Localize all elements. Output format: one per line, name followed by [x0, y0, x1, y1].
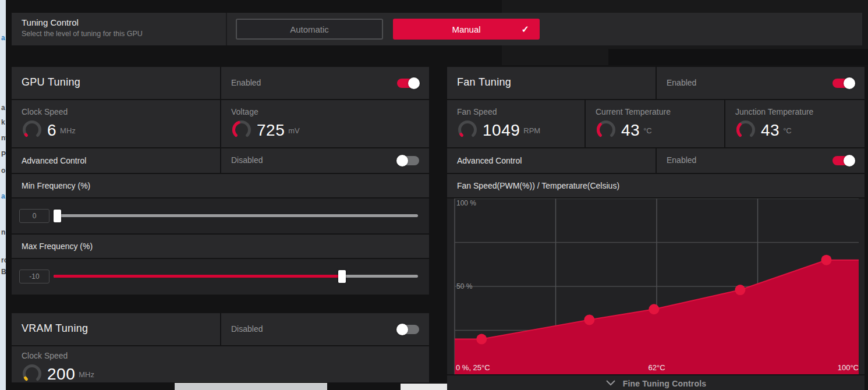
gauge-icon — [735, 119, 756, 142]
toggle-knob — [844, 77, 855, 89]
current-temperature-label: Current Temperature — [596, 107, 671, 116]
vram-clock-speed-value: 200 — [47, 365, 75, 384]
max-frequency-label-row: Max Frequency (%) — [12, 235, 429, 258]
gpu-voltage-value: 725 — [257, 121, 285, 140]
fan-speed-label: Fan Speed — [457, 107, 497, 116]
gpu-voltage-unit: mV — [288, 126, 300, 135]
gpu-clock-speed-label: Clock Speed — [22, 107, 68, 116]
vram-tuning-header-cell: VRAM Tuning — [12, 313, 220, 345]
background-text-fragment: ro — [1, 256, 6, 264]
current-temperature-unit: °C — [643, 126, 652, 135]
current-temperature-value: 43 — [621, 121, 640, 140]
toggle-knob — [408, 77, 420, 89]
checkmark-icon: ✓ — [522, 24, 529, 35]
background-text-fragment: n — [1, 228, 5, 236]
fan-tuning-title: Fan Tuning — [457, 76, 511, 88]
gpu-tuning-header-cell: GPU Tuning — [12, 67, 220, 99]
background-taskbar-fragment-2 — [401, 384, 447, 390]
vram-tuning-title: VRAM Tuning — [22, 322, 88, 335]
gauge-icon — [596, 119, 617, 142]
fan-advanced-status-cell: Enabled — [657, 148, 865, 173]
toggle-knob — [844, 155, 855, 166]
svg-text:100°C: 100°C — [838, 363, 859, 372]
fan-curve-chart[interactable]: 100 %50 %0 %, 25°C62°C100°C — [447, 198, 865, 374]
gpu-advanced-status-cell: Disabled — [221, 148, 429, 173]
vram-tuning-toggle[interactable] — [397, 325, 419, 334]
junction-temperature-label: Junction Temperature — [735, 107, 813, 116]
fan-speed-unit: RPM — [523, 126, 540, 135]
background-text-fragment: a — [1, 192, 5, 200]
manual-button[interactable]: Manual ✓ — [393, 19, 540, 40]
toggle-knob — [396, 324, 408, 335]
fine-tuning-bar[interactable]: Fine Tuning Controls — [447, 375, 865, 390]
gpu-tuning-title: GPU Tuning — [22, 76, 80, 88]
gpu-voltage-cell: Voltage 725 mV — [221, 100, 429, 147]
automatic-button[interactable]: Automatic — [236, 19, 383, 40]
background-text-fragment: nt — [1, 134, 6, 142]
gauge-icon — [22, 119, 42, 142]
gpu-clock-speed-unit: MHz — [60, 126, 76, 135]
min-frequency-label-row: Min Frequency (%) — [12, 174, 429, 197]
junction-temperature-cell: Junction Temperature 43 °C — [725, 100, 865, 147]
fan-advanced-control-label: Advanced Control — [457, 156, 522, 165]
automatic-button-label: Automatic — [290, 24, 329, 34]
gpu-advanced-status: Disabled — [231, 155, 263, 165]
toggle-knob — [396, 155, 408, 166]
gpu-tuning-enable-cell: Enabled — [221, 67, 429, 99]
background-text-fragment: k — [1, 118, 5, 126]
vram-clock-speed-unit: MHz — [79, 370, 94, 379]
gpu-clock-speed-value: 6 — [47, 121, 56, 140]
svg-text:62°C: 62°C — [648, 363, 665, 372]
gpu-advanced-toggle[interactable] — [397, 156, 419, 165]
fan-chart-title-row: Fan Speed(PWM(%)) / Temperature(Celsius) — [447, 174, 865, 197]
background-window-edge: aakntPoanroB — [0, 0, 6, 390]
vram-clock-speed-cell: Clock Speed 200 MHz — [12, 346, 429, 382]
current-temperature-cell: Current Temperature 43 °C — [586, 100, 724, 147]
gauge-icon — [457, 119, 478, 142]
min-frequency-slider-row: 0 — [12, 198, 429, 233]
svg-text:50 %: 50 % — [456, 282, 473, 290]
junction-temperature-unit: °C — [783, 126, 792, 135]
background-text-fragment: a — [1, 34, 5, 42]
min-frequency-slider-thumb[interactable] — [54, 210, 61, 222]
max-frequency-slider-thumb[interactable] — [338, 270, 346, 283]
gpu-clock-speed-cell: Clock Speed 6 MHz — [12, 100, 220, 147]
background-text-fragment: P — [1, 150, 6, 158]
svg-text:100 %: 100 % — [456, 199, 476, 207]
background-dark-subheader — [608, 49, 868, 65]
fan-advanced-toggle[interactable] — [832, 156, 855, 165]
fan-curve-svg: 100 %50 %0 %, 25°C62°C100°C — [447, 198, 865, 374]
tuning-control-subtitle: Select the level of tuning for this GPU — [22, 30, 143, 38]
fan-advanced-status: Enabled — [667, 155, 696, 165]
vram-tuning-enable-cell: Disabled — [221, 313, 429, 345]
fine-tuning-controls-label: Fine Tuning Controls — [623, 379, 707, 388]
background-taskbar-fragment-1 — [175, 383, 327, 390]
max-frequency-value: -10 — [29, 272, 39, 281]
gpu-advanced-control-cell: Advanced Control — [12, 148, 220, 173]
min-frequency-slider-track[interactable] — [54, 214, 418, 217]
fan-speed-value: 1049 — [483, 121, 520, 140]
fan-tuning-status: Enabled — [667, 78, 696, 87]
max-frequency-value-box[interactable]: -10 — [19, 270, 49, 283]
min-frequency-value: 0 — [33, 212, 37, 220]
panel-divider — [226, 13, 227, 45]
max-frequency-slider-fill — [54, 275, 342, 278]
chevron-down-icon — [605, 380, 616, 387]
gauge-icon — [22, 363, 42, 386]
manual-button-label: Manual — [452, 24, 480, 34]
max-frequency-slider-row: -10 — [12, 259, 429, 295]
svg-text:0 %, 25°C: 0 %, 25°C — [456, 363, 490, 372]
fan-advanced-control-cell: Advanced Control — [447, 148, 656, 173]
fan-tuning-enable-cell: Enabled — [657, 67, 865, 99]
min-frequency-value-box[interactable]: 0 — [19, 209, 49, 223]
background-text-fragment: o — [1, 166, 5, 175]
tuning-control-title: Tuning Control — [22, 17, 143, 27]
vram-tuning-status: Disabled — [231, 324, 263, 334]
gpu-tuning-toggle[interactable] — [397, 79, 419, 88]
background-text-fragment: a — [1, 104, 5, 112]
fan-tuning-toggle[interactable] — [832, 79, 855, 88]
max-frequency-label: Max Frequency (%) — [22, 242, 93, 251]
min-frequency-label: Min Frequency (%) — [22, 181, 90, 190]
gpu-voltage-label: Voltage — [231, 107, 258, 116]
gpu-tuning-status: Enabled — [231, 78, 261, 87]
